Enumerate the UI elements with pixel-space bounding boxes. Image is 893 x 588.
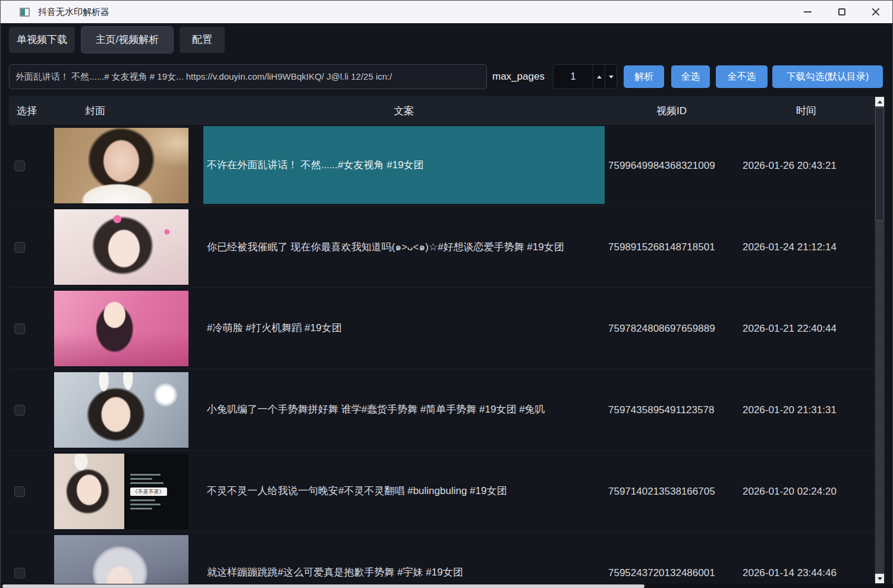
app-icon (20, 8, 30, 17)
row-checkbox[interactable] (14, 405, 25, 416)
window-controls (791, 1, 892, 23)
spin-up-button[interactable] (593, 65, 605, 89)
video-id: 7597824808697659889 (605, 288, 738, 369)
horizontal-scrollbar[interactable] (1, 584, 893, 588)
video-id: 7597140213538166705 (605, 451, 738, 532)
video-time: 2026-01-20 02:24:20 (738, 451, 875, 532)
select-all-button[interactable]: 全选 (671, 65, 710, 88)
close-button[interactable] (859, 1, 892, 23)
scroll-down-icon (878, 577, 882, 580)
scroll-up-button[interactable] (875, 97, 884, 106)
download-selected-button[interactable]: 下载勾选(默认目录) (772, 65, 883, 88)
song-title-box: 《不灵不灵》 (130, 488, 167, 496)
lyric-line (130, 508, 152, 510)
scroll-up-icon (878, 100, 882, 103)
spin-down-button[interactable] (605, 65, 617, 89)
video-thumbnail[interactable]: 《不灵不灵》 (54, 454, 188, 529)
tab-bar: 单视频下载 主页/视频解析 配置 (9, 27, 225, 53)
video-thumbnail[interactable] (54, 209, 188, 285)
video-id: 7598915268148718501 (605, 206, 738, 288)
parse-button[interactable]: 解析 (624, 65, 664, 88)
max-pages-label: max_pages (492, 64, 545, 89)
caption-text: 不灵不灵一人给我说一句晚安#不灵不灵翻唱 #bulingbuling #19女团 (207, 484, 507, 498)
lyrics-panel: 《不灵不灵》 (124, 454, 188, 529)
close-icon (872, 8, 880, 16)
lyric-line (130, 482, 164, 484)
table-row: 你已经被我催眠了 现在你最喜欢我知道吗(๑>ᴗ<๑)☆#好想谈恋爱手势舞 #19… (9, 206, 875, 288)
window-title: 抖音无水印解析器 (38, 7, 109, 18)
lyric-line (130, 478, 152, 480)
caption-cell[interactable]: #冷萌脸 #打火机舞蹈 #19女团 (203, 288, 605, 369)
lyric-line (130, 499, 155, 501)
caption-text: 小兔叽编了一个手势舞拼好舞 谁学#蠢货手势舞 #简单手势舞 #19女团 #兔叽 (207, 403, 545, 416)
caption-text: 不许在外面乱讲话！ 不然......#女友视角 #19女团 (207, 158, 424, 172)
video-id: 7595243720132486001 (605, 532, 738, 584)
video-time: 2026-01-14 23:44:46 (738, 532, 875, 584)
spin-down-icon (609, 76, 614, 78)
lyric-line (130, 474, 161, 476)
table-row: 不许在外面乱讲话！ 不然......#女友视角 #19女团 7599649984… (9, 125, 875, 206)
minimize-icon (804, 11, 812, 12)
maximize-button[interactable] (825, 1, 859, 23)
video-thumbnail[interactable] (54, 128, 188, 203)
caption-text: #冷萌脸 #打火机舞蹈 #19女团 (207, 321, 342, 335)
row-checkbox[interactable] (14, 161, 25, 171)
caption-text: 你已经被我催眠了 现在你最喜欢我知道吗(๑>ᴗ<๑)☆#好想谈恋爱手势舞 #19… (207, 238, 564, 254)
table-row: 就这样蹦蹦跳跳#这么可爱真是抱歉手势舞 #宇妹 #19女团 7595243720… (9, 532, 875, 584)
header-time: 时间 (738, 96, 875, 125)
minimize-button[interactable] (791, 1, 825, 23)
row-checkbox[interactable] (14, 323, 25, 334)
app-window: 抖音无水印解析器 单视频下载 主页/视频解析 配置 max_pages 1 解析 (0, 0, 893, 588)
vertical-scrollbar[interactable] (875, 96, 885, 584)
row-checkbox[interactable] (14, 486, 25, 497)
row-checkbox[interactable] (14, 242, 25, 253)
video-time: 2026-01-20 21:31:31 (738, 369, 875, 451)
url-input[interactable] (9, 64, 487, 89)
lyric-line (130, 504, 161, 505)
video-time: 2026-01-24 21:12:14 (738, 206, 875, 288)
max-pages-spinner[interactable]: 1 (553, 64, 617, 89)
vertical-scroll-thumb[interactable] (875, 108, 884, 221)
table-row: 小兔叽编了一个手势舞拼好舞 谁学#蠢货手势舞 #简单手势舞 #19女团 #兔叽 … (9, 369, 875, 451)
tab-single-video-download[interactable]: 单视频下载 (9, 27, 75, 53)
video-id: 7599649984368321009 (605, 125, 738, 206)
video-thumbnail[interactable] (54, 291, 188, 366)
video-thumbnail[interactable] (54, 535, 188, 584)
caption-cell[interactable]: 就这样蹦蹦跳跳#这么可爱真是抱歉手势舞 #宇妹 #19女团 (203, 532, 605, 584)
caption-cell[interactable]: 小兔叽编了一个手势舞拼好舞 谁学#蠢货手势舞 #简单手势舞 #19女团 #兔叽 (203, 369, 605, 451)
max-pages-value: 1 (554, 65, 593, 89)
table-row: 《不灵不灵》 不灵不灵一人给我说一句晚安#不灵不灵翻唱 #bulingbulin… (9, 451, 875, 532)
tab-config[interactable]: 配置 (180, 27, 225, 53)
caption-cell[interactable]: 不许在外面乱讲话！ 不然......#女友视角 #19女团 (203, 125, 605, 206)
maximize-icon (838, 8, 845, 15)
header-cover: 封面 (54, 96, 203, 125)
spin-up-icon (597, 76, 602, 78)
table-header: 选择 封面 文案 视频ID 时间 (9, 96, 875, 125)
header-caption: 文案 (203, 96, 605, 125)
video-time: 2026-01-21 22:40:44 (738, 288, 875, 369)
tab-home-video-parse[interactable]: 主页/视频解析 (81, 27, 173, 53)
video-id: 7597435895491123578 (605, 369, 738, 451)
deselect-all-button[interactable]: 全不选 (716, 65, 768, 88)
horizontal-scroll-thumb[interactable] (2, 584, 644, 588)
caption-cell[interactable]: 你已经被我催眠了 现在你最喜欢我知道吗(๑>ᴗ<๑)☆#好想谈恋爱手势舞 #19… (203, 206, 605, 288)
results-table: 不许在外面乱讲话！ 不然......#女友视角 #19女团 7599649984… (9, 125, 875, 584)
titlebar: 抖音无水印解析器 (1, 1, 892, 23)
caption-cell[interactable]: 不灵不灵一人给我说一句晚安#不灵不灵翻唱 #bulingbuling #19女团 (203, 451, 605, 532)
header-select: 选择 (9, 96, 54, 125)
video-time: 2026-01-26 20:43:21 (738, 125, 875, 206)
table-row: #冷萌脸 #打火机舞蹈 #19女团 7597824808697659889 20… (9, 288, 875, 369)
row-checkbox[interactable] (14, 568, 25, 578)
header-video-id: 视频ID (605, 96, 738, 125)
scroll-down-button[interactable] (875, 574, 884, 583)
video-thumbnail[interactable] (54, 372, 188, 448)
caption-text: 就这样蹦蹦跳跳#这么可爱真是抱歉手势舞 #宇妹 #19女团 (207, 565, 463, 579)
